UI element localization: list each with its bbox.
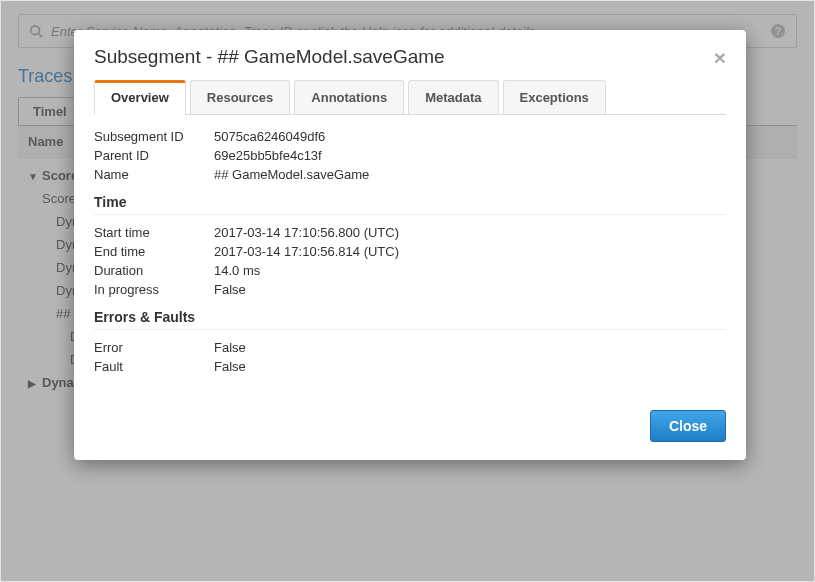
label-duration: Duration (94, 263, 214, 278)
tab-overview[interactable]: Overview (94, 80, 186, 115)
tab-resources[interactable]: Resources (190, 80, 290, 114)
modal-body: OverviewResourcesAnnotationsMetadataExce… (74, 80, 746, 396)
value-in-progress: False (214, 282, 726, 297)
tab-annotations[interactable]: Annotations (294, 80, 404, 114)
value-start-time: 2017-03-14 17:10:56.800 (UTC) (214, 225, 726, 240)
label-end-time: End time (94, 244, 214, 259)
heading-errors: Errors & Faults (94, 309, 726, 325)
label-subsegment-id: Subsegment ID (94, 129, 214, 144)
modal-header: Subsegment - ## GameModel.saveGame × (74, 30, 746, 80)
tab-metadata[interactable]: Metadata (408, 80, 498, 114)
label-error: Error (94, 340, 214, 355)
close-icon[interactable]: × (714, 47, 726, 68)
modal-footer: Close (74, 396, 746, 460)
label-in-progress: In progress (94, 282, 214, 297)
divider (94, 214, 726, 215)
value-end-time: 2017-03-14 17:10:56.814 (UTC) (214, 244, 726, 259)
subsegment-modal: Subsegment - ## GameModel.saveGame × Ove… (74, 30, 746, 460)
label-start-time: Start time (94, 225, 214, 240)
tab-exceptions[interactable]: Exceptions (503, 80, 606, 114)
value-duration: 14.0 ms (214, 263, 726, 278)
label-fault: Fault (94, 359, 214, 374)
value-error: False (214, 340, 726, 355)
label-parent-id: Parent ID (94, 148, 214, 163)
value-subsegment-id: 5075ca6246049df6 (214, 129, 726, 144)
value-parent-id: 69e25bb5bfe4c13f (214, 148, 726, 163)
divider (94, 329, 726, 330)
value-fault: False (214, 359, 726, 374)
heading-time: Time (94, 194, 726, 210)
modal-tabs: OverviewResourcesAnnotationsMetadataExce… (94, 80, 726, 115)
modal-title: Subsegment - ## GameModel.saveGame (94, 46, 445, 68)
value-name: ## GameModel.saveGame (214, 167, 726, 182)
label-name: Name (94, 167, 214, 182)
close-button[interactable]: Close (650, 410, 726, 442)
